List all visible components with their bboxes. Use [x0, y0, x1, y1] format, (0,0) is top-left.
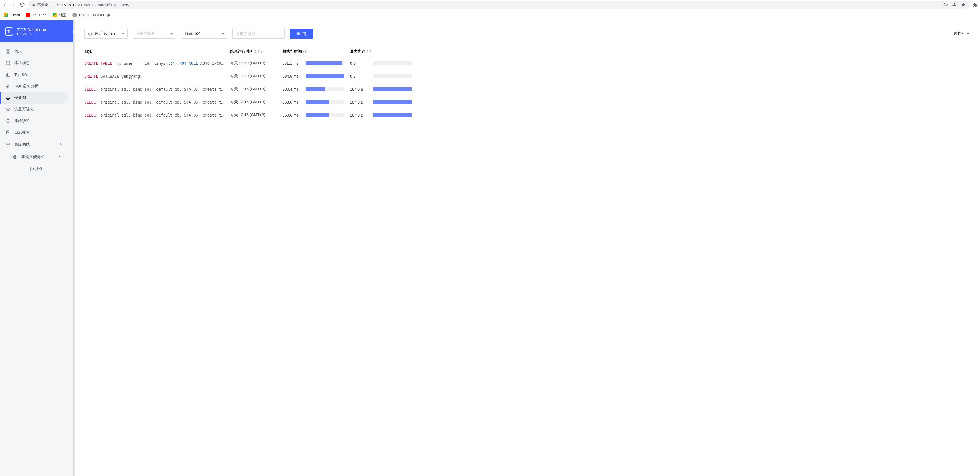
svg-point-14: [13, 155, 17, 159]
col-sql[interactable]: SQL: [84, 49, 230, 54]
col-end-time[interactable]: 结束运行时间 i ↓: [230, 49, 283, 54]
database-placeholder: 所有数据库: [136, 31, 156, 36]
table-row[interactable]: SELECT original_sql, bind_sql, default_d…: [84, 108, 969, 121]
sidebar-item-manual[interactable]: 手动分析: [0, 163, 68, 175]
sidebar-item-advanced[interactable]: 高级调试: [0, 138, 68, 151]
sidebar: Ti TiDB Dashboard PD v6.1.0 概况集群信息Top SQ…: [0, 21, 73, 476]
max-mem-value: 187.0 B: [350, 100, 369, 104]
extensions-icon[interactable]: [973, 3, 978, 8]
sidebar-item-topsql[interactable]: Top SQL: [0, 69, 68, 80]
cell-end-time: 今天 13:16 (GMT+8): [230, 113, 283, 118]
col-max-mem[interactable]: 最大内存 i: [350, 49, 427, 54]
sidebar-item-label: Top SQL: [14, 72, 29, 77]
chevron-up-icon: [58, 154, 63, 160]
select-columns-label: 选择列: [954, 31, 965, 36]
chevron-up-icon: [58, 142, 63, 147]
time-range-select[interactable]: 最近 30 min: [84, 29, 128, 38]
sidebar-item-cluster[interactable]: 集群信息: [0, 57, 68, 69]
bell-icon: [5, 95, 11, 100]
svg-point-13: [8, 144, 9, 145]
sidebar-item-label: 手动分析: [29, 166, 44, 171]
info-icon: i: [304, 49, 307, 53]
total-time-value: 350.6 ms: [283, 113, 302, 117]
total-time-value: 300.4 ms: [283, 87, 302, 91]
bookmark-youtube[interactable]: YouTube: [26, 13, 46, 18]
chevron-down-icon: [170, 32, 173, 36]
search-doc-icon: [5, 130, 11, 135]
chevron-down-icon: [122, 32, 124, 36]
gmail-icon: [4, 13, 8, 18]
brand-header[interactable]: Ti TiDB Dashboard PD v6.1.0: [0, 21, 73, 42]
rdp-icon: [72, 13, 77, 18]
bars-icon: [5, 72, 11, 77]
bookmark-maps[interactable]: 地图: [52, 13, 66, 18]
bookmark-gmail[interactable]: Gmail: [4, 13, 20, 18]
reload-icon[interactable]: [20, 2, 25, 8]
svg-rect-1: [8, 49, 10, 51]
cell-total-time: 353.0 ms: [283, 100, 350, 104]
sidebar-item-profiling[interactable]: 实例性能分析: [0, 151, 68, 163]
browser-nav-buttons: [2, 2, 25, 8]
table-row[interactable]: SELECT original_sql, bind_sql, default_d…: [84, 83, 969, 96]
sidebar-item-slowquery[interactable]: 慢查询: [0, 92, 68, 103]
cell-max-mem: 187.0 B: [350, 100, 427, 104]
grid-icon: [5, 49, 11, 54]
svg-point-12: [7, 132, 8, 133]
cell-total-time: 584.8 ms: [283, 74, 350, 78]
info-icon: i: [255, 49, 259, 53]
table-row[interactable]: CREATE TABLE `my_user` ( `id` tinyint(4)…: [84, 57, 969, 70]
svg-point-6: [6, 64, 7, 65]
bookmarks-bar: GmailYouTube地图RDP-CONSOLE-@…: [0, 10, 980, 21]
forward-icon[interactable]: [11, 2, 16, 8]
bookmark-rdp[interactable]: RDP-CONSOLE-@…: [72, 13, 114, 18]
sidebar-resize-handle[interactable]: [73, 21, 75, 476]
address-bar[interactable]: 不安全 172.16.10.12:2379/dashboard/#/slow_q…: [28, 1, 969, 9]
max-mem-value: 0 B: [350, 61, 369, 65]
cell-sql: SELECT original_sql, bind_sql, default_d…: [84, 113, 230, 117]
sidebar-item-diagnosis[interactable]: 集群诊断: [0, 115, 68, 127]
sort-desc-icon: ↓: [261, 49, 262, 54]
eye-icon: [5, 107, 11, 112]
total-time-bar: [305, 61, 344, 65]
table-row[interactable]: SELECT original_sql, bind_sql, default_d…: [84, 96, 969, 108]
target-icon: [13, 154, 18, 159]
svg-rect-3: [8, 52, 10, 53]
cell-max-mem: 0 B: [350, 61, 427, 65]
sidebar-item-label: 日志搜索: [14, 130, 30, 135]
key-icon[interactable]: [943, 2, 948, 8]
url-text: 172.16.10.12:2379/dashboard/#/slow_query: [54, 3, 129, 7]
limit-select[interactable]: Limit 100: [181, 29, 228, 38]
total-time-bar: [305, 100, 344, 104]
query-button[interactable]: 查询: [290, 29, 313, 38]
cell-end-time: 今天 13:16 (GMT+8): [230, 100, 283, 105]
sidebar-item-logsearch[interactable]: 日志搜索: [0, 127, 68, 138]
cell-sql: CREATE DATABASE yangyang;: [84, 74, 230, 78]
sidebar-item-traffic[interactable]: 流量可视化: [0, 103, 68, 115]
keyword-input[interactable]: [232, 29, 285, 38]
svg-point-8: [8, 109, 9, 110]
brand-subtitle: PD v6.1.0: [17, 32, 47, 36]
cell-total-time: 551.1 ms: [283, 61, 350, 65]
col-total-time[interactable]: 总执行时间 i: [283, 49, 350, 54]
select-columns-button[interactable]: 选择列: [954, 31, 969, 36]
database-select[interactable]: 所有数据库: [133, 29, 176, 38]
omnibox-separator: [51, 3, 51, 7]
slow-query-table: SQL 结束运行时间 i ↓ 总执行时间 i 最大内存 i CRE: [84, 46, 969, 121]
total-time-bar: [305, 113, 344, 117]
insecure-label: 不安全: [37, 3, 48, 8]
svg-rect-11: [6, 131, 9, 134]
sidebar-nav: 概况集群信息Top SQLSQL 语句分析慢查询流量可视化集群诊断日志搜索高级调…: [0, 42, 73, 178]
svg-point-7: [9, 64, 10, 65]
sidebar-item-sqlanalysis[interactable]: SQL 语句分析: [0, 80, 68, 92]
chevron-down-icon: [967, 32, 969, 36]
star-icon[interactable]: [961, 2, 966, 8]
back-icon[interactable]: [2, 2, 7, 8]
share-icon[interactable]: [952, 2, 957, 8]
table-header: SQL 结束运行时间 i ↓ 总执行时间 i 最大内存 i: [84, 46, 969, 57]
brand-title: TiDB Dashboard: [17, 27, 47, 32]
cell-max-mem: 0 B: [350, 74, 427, 78]
sidebar-item-overview[interactable]: 概况: [0, 46, 68, 57]
table-row[interactable]: CREATE DATABASE yangyang;今天 13:40 (GMT+8…: [84, 70, 969, 83]
sidebar-item-label: 集群诊断: [14, 118, 30, 123]
max-mem-value: 0 B: [350, 74, 369, 78]
